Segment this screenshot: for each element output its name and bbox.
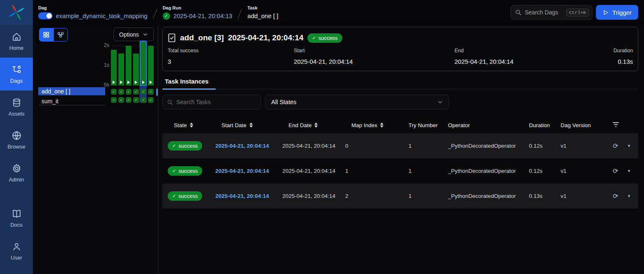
breadcrumb-separator [238,9,242,19]
duration-cell: 0.12s [529,168,561,174]
state-badge: ✓success [168,141,202,151]
run-bar[interactable] [111,50,117,85]
task-state-row: ✓✓✓✓✓✓ [111,97,154,103]
sidebar-item-home[interactable]: Home [0,25,33,58]
grid-view-button[interactable] [39,28,53,42]
sidebar: Home Dags Assets Browse Admin Docs [0,0,33,274]
tab-task-instances[interactable]: Task Instances [162,78,208,89]
play-icon [142,81,145,84]
task-instance-square[interactable]: ✓ [111,97,117,103]
run-bar[interactable] [148,46,154,85]
options-button-label: Options [119,31,139,38]
state-filter-select[interactable]: All States [265,95,449,109]
state-badge: ✓success [168,191,202,201]
table-row[interactable]: ✓success 2025-04-21, 20:04:14 2025-04-21… [162,133,638,158]
start-date-link[interactable]: 2025-04-21, 20:04:14 [215,193,282,199]
search-tasks-input[interactable]: Search Tasks [162,95,261,109]
run-state-label: success [319,35,338,41]
run-stats: Total success 3 Start 2025-04-21, 20:04:… [168,48,633,65]
map-index-cell: 0 [345,143,409,149]
row-actions: ⟳ ▼ [609,143,638,149]
airflow-logo[interactable] [0,0,33,25]
task-instance-square[interactable]: ✓ [133,89,139,95]
task-instance-square[interactable]: ✓ [148,89,154,95]
clear-task-icon[interactable]: ⟳ [613,193,618,200]
task-instance-square[interactable]: ✓ [126,89,132,95]
task-row-add-one[interactable]: add_one [ ] [38,87,105,95]
clear-task-icon[interactable]: ⟳ [613,168,618,174]
operator-cell: _PythonDecoratedOperator [448,143,529,149]
task-instance-square[interactable]: ✓ [111,89,117,95]
task-row-sum-it[interactable]: sum_it [38,97,105,105]
column-header-end-date[interactable]: End Date [282,122,345,128]
sidebar-item-user[interactable]: User [0,235,33,267]
file-check-icon [168,33,176,42]
run-bar[interactable] [133,53,139,85]
play-icon [113,81,115,84]
task-instance-square[interactable]: ✓ [148,97,154,103]
column-filter-button[interactable] [609,122,619,128]
column-header-try-number[interactable]: Try Number [409,122,448,128]
column-header-map-index[interactable]: Map Index [345,122,409,128]
clear-task-icon[interactable]: ⟳ [613,143,618,149]
table-row[interactable]: ✓success 2025-04-21, 20:04:14 2025-04-21… [162,158,638,183]
task-instance-square[interactable]: ✓ [126,97,132,103]
row-actions: ⟳ ▼ [609,193,638,200]
top-bar: Dag example_dynamic_task_mapping Dag Run… [33,0,644,25]
state-badge: ✓success [168,166,202,176]
breadcrumb-dag-run-label: Dag Run [163,5,232,10]
operator-cell: _PythonDecoratedOperator [448,193,529,199]
row-menu-caret-icon[interactable]: ▼ [627,144,631,148]
breadcrumb-dag-name[interactable]: example_dynamic_task_mapping [56,12,148,19]
user-icon [12,241,22,252]
table-header-row: State Start Date End Date Map Index Try … [162,117,638,133]
play-icon [602,9,609,16]
row-menu-caret-icon[interactable]: ▼ [627,169,631,173]
play-icon [150,81,152,84]
chevron-down-icon [437,99,443,105]
dag-version-cell: v1 [561,143,609,149]
run-bar[interactable] [126,46,132,85]
options-button[interactable]: Options [113,28,154,41]
column-header-state[interactable]: State [168,122,215,128]
task-instance-square[interactable]: ✓ [141,89,146,95]
column-header-duration[interactable]: Duration [529,122,561,128]
sidebar-nav: Home Dags Assets Browse Admin Docs [0,25,33,267]
run-bar[interactable] [141,42,146,85]
column-header-start-date[interactable]: Start Date [215,122,282,128]
panel-scrollbar-thumb[interactable] [156,88,158,96]
breadcrumb-dag-run-value[interactable]: 2025-04-21, 20:04:13 [173,12,232,19]
run-title: add_one [3] [180,33,224,42]
tab-bar: Task Instances [162,78,638,89]
start-date-link[interactable]: 2025-04-21, 20:04:14 [215,168,282,174]
sidebar-item-admin[interactable]: Admin [0,156,33,189]
sidebar-item-assets[interactable]: Assets [0,91,33,123]
sidebar-item-label: Docs [10,222,23,228]
run-state-badge: ✓ success [307,33,342,43]
task-instance-square[interactable]: ✓ [133,97,139,103]
play-icon [135,81,137,84]
sidebar-item-dags[interactable]: Dags [0,58,33,91]
filter-row: Search Tasks All States [162,95,638,109]
sidebar-item-browse[interactable]: Browse [0,123,33,156]
row-menu-caret-icon[interactable]: ▼ [627,194,631,198]
browse-icon [12,130,22,141]
breadcrumb-task: Task add_one [ ] [247,5,278,19]
search-dags-input[interactable]: Search Dags Ctrl+K [510,5,593,20]
table-row[interactable]: ✓success 2025-04-21, 20:04:14 2025-04-21… [162,183,638,209]
task-instance-square[interactable]: ✓ [118,89,124,95]
trigger-button[interactable]: Trigger [596,5,638,20]
sidebar-item-docs[interactable]: Docs [0,202,33,235]
task-instance-square[interactable]: ✓ [118,97,124,103]
column-header-operator[interactable]: Operator [448,122,529,128]
check-icon: ✓ [312,35,316,41]
dag-pause-toggle[interactable] [38,12,53,19]
axis-label-2s: 2s [94,42,109,48]
column-header-dag-version[interactable]: Dag Version [561,122,609,128]
breadcrumb-dag-run: Dag Run ✓ 2025-04-21, 20:04:13 [163,5,232,20]
start-date-link[interactable]: 2025-04-21, 20:04:14 [215,143,282,149]
duration-cell: 0.13s [529,193,561,199]
run-bar[interactable] [118,53,124,85]
graph-view-button[interactable] [53,28,68,42]
task-instance-square[interactable]: ✓ [141,97,146,103]
